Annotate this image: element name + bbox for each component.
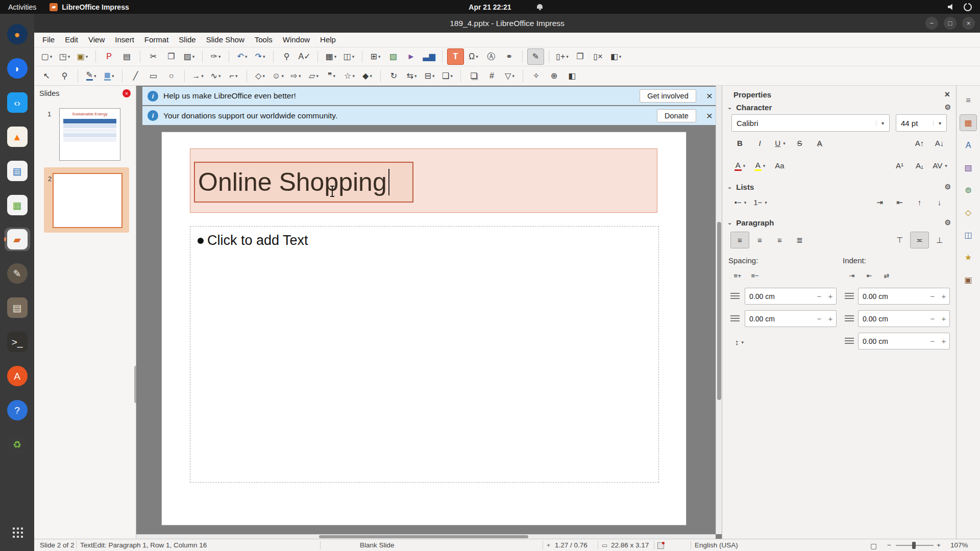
zoom-level-status[interactable]: 107% (950, 539, 968, 551)
decrement-button[interactable]: − (814, 314, 825, 323)
paste-button[interactable]: ▨▾ (181, 48, 198, 65)
deck-master-slides-button[interactable]: ▣ (960, 271, 977, 288)
dock-thunderbird[interactable]: ◗ (5, 57, 30, 80)
block-arrows-button[interactable]: ⇨▾ (287, 68, 304, 84)
ordered-list-button[interactable]: 1−▾ (750, 194, 769, 211)
line-color-button[interactable]: ✎▾ (83, 68, 100, 84)
indent-after-value[interactable]: 0.00 cm (859, 315, 927, 323)
deck-animation-button[interactable]: ★ (960, 249, 977, 266)
highlighting-color-button[interactable]: A▾ (750, 157, 769, 174)
slides-panel-close-icon[interactable]: × (122, 89, 131, 97)
section-settings-icon[interactable]: ⚙ (944, 183, 951, 191)
delete-slide-button[interactable]: ▯× (590, 48, 606, 65)
character-section-header[interactable]: ⌄ Character ⚙ (722, 101, 956, 113)
dropdown-arrow-icon[interactable]: ▾ (218, 54, 221, 59)
dock-ubuntu-software[interactable]: A (5, 364, 30, 388)
bold-button[interactable]: B (730, 135, 749, 152)
rotate-button[interactable]: ↻ (385, 68, 402, 84)
spacing-above-value[interactable]: 0.00 cm (745, 292, 814, 300)
menu-view[interactable]: View (83, 33, 110, 47)
decrement-button[interactable]: − (927, 314, 938, 323)
font-name-value[interactable]: Calibri (732, 119, 876, 128)
decrease-font-size-button[interactable]: A↓ (930, 135, 949, 152)
3d-objects-button[interactable]: ◆▾ (359, 68, 376, 84)
slide-2-thumbnail[interactable] (53, 173, 122, 228)
insert-line-button[interactable]: ╱ (127, 68, 144, 84)
display-grid-button[interactable]: ▦▾ (323, 48, 339, 65)
properties-close-icon[interactable]: × (944, 89, 950, 100)
symbol-shapes-button[interactable]: ☺▾ (270, 68, 286, 84)
decrease-paragraph-spacing-button[interactable]: ≡− (747, 268, 763, 283)
dropdown-arrow-icon[interactable]: ▾ (68, 54, 70, 59)
dock-vscode[interactable]: ‹› (5, 91, 30, 114)
clone-formatting-button[interactable]: ✑▾ (207, 48, 224, 65)
dropdown-arrow-icon[interactable]: ▾ (352, 73, 355, 79)
increment-button[interactable]: + (938, 337, 949, 345)
dropdown-arrow-icon[interactable]: ▾ (765, 200, 767, 205)
slide-page[interactable]: Online Shopping Click to add Text (161, 132, 687, 525)
unsaved-changes-icon[interactable] (657, 542, 664, 549)
shadow-button[interactable]: ❏ (465, 68, 482, 84)
character-spacing-button[interactable]: AV▾ (930, 157, 949, 174)
align-bottom-button[interactable]: ⊥ (930, 232, 949, 248)
callout-shapes-button[interactable]: ❞▾ (323, 68, 340, 84)
increase-paragraph-spacing-button[interactable]: ≡+ (729, 268, 746, 283)
font-size-combobox[interactable]: 44 pt ▾ (896, 114, 947, 132)
dropdown-arrow-icon[interactable]: ▾ (619, 54, 622, 59)
menu-tools[interactable]: Tools (250, 33, 278, 47)
donate-button[interactable]: Donate (657, 109, 696, 122)
rectangle-button[interactable]: ▭ (145, 68, 162, 84)
curves-and-polygons-button[interactable]: ∿▾ (207, 68, 224, 84)
display-views-button[interactable]: ◫▾ (340, 48, 357, 65)
increment-button[interactable]: + (825, 292, 836, 300)
dropdown-arrow-icon[interactable]: ▾ (281, 73, 284, 79)
horizontal-scrollbar-thumb[interactable] (319, 535, 528, 538)
basic-shapes-button[interactable]: ◇▾ (252, 68, 268, 84)
activities-button[interactable]: Activities (8, 3, 36, 11)
spacing-above-field[interactable]: 0.00 cm − + (745, 288, 837, 305)
dropdown-arrow-icon[interactable]: ▾ (876, 120, 889, 126)
dock-software-updater[interactable]: ♻ (5, 433, 30, 456)
strikethrough-button[interactable]: S (790, 135, 809, 152)
indent-after-field[interactable]: 0.00 cm − + (858, 310, 950, 327)
insert-special-character-button[interactable]: Ω▾ (465, 48, 482, 65)
dock-help[interactable]: ? (5, 398, 30, 422)
first-line-indent-value[interactable]: 0.00 cm (859, 337, 927, 345)
increment-button[interactable]: + (938, 292, 949, 300)
deck-properties-button[interactable]: ▦ (960, 114, 977, 131)
insert-hyperlink-button[interactable]: ⚭ (501, 48, 518, 65)
align-right-button[interactable]: ≡ (770, 232, 789, 248)
move-down-button[interactable]: ↓ (930, 194, 949, 211)
dropdown-arrow-icon[interactable]: ▾ (352, 54, 355, 59)
menu-insert[interactable]: Insert (110, 33, 139, 47)
dropdown-arrow-icon[interactable]: ▾ (476, 54, 478, 59)
decrement-button[interactable]: − (927, 337, 938, 345)
dropdown-arrow-icon[interactable]: ▾ (86, 54, 88, 59)
dropdown-arrow-icon[interactable]: ▾ (414, 73, 417, 79)
first-line-indent-field[interactable]: 0.00 cm − + (858, 333, 950, 349)
deck-navigator-button[interactable]: ⊚ (960, 182, 977, 198)
infobar-close-icon[interactable]: × (706, 110, 713, 122)
indent-before-value[interactable]: 0.00 cm (859, 292, 927, 300)
content-placeholder[interactable]: Click to add Text (190, 226, 659, 483)
shadow-button[interactable]: A (810, 135, 829, 152)
dropdown-arrow-icon[interactable]: ▾ (741, 340, 744, 345)
menu-edit[interactable]: Edit (60, 33, 83, 47)
dock-libreoffice-calc[interactable]: ▦ (5, 193, 30, 217)
flowchart-shapes-button[interactable]: ▱▾ (305, 68, 322, 84)
dock-files[interactable]: ▤ (5, 296, 30, 319)
dropdown-arrow-icon[interactable]: ▾ (299, 73, 301, 79)
dock-libreoffice-writer[interactable]: ▤ (5, 159, 30, 183)
glue-points-button[interactable]: ⊕ (546, 68, 562, 84)
insert-chart-button[interactable]: ▃▆ (421, 48, 437, 65)
dropdown-arrow-icon[interactable]: ▾ (378, 54, 381, 59)
dock-firefox[interactable]: ● (5, 22, 30, 46)
align-objects-button[interactable]: ⊟▾ (421, 68, 438, 84)
duplicate-slide-button[interactable]: ❐ (572, 48, 589, 65)
print-button[interactable]: ▤ (118, 48, 135, 65)
connectors-button[interactable]: ⌐▾ (225, 68, 242, 84)
star-shapes-button[interactable]: ☆▾ (341, 68, 358, 84)
font-color-button[interactable]: A▾ (730, 157, 749, 174)
ellipse-button[interactable]: ○ (163, 68, 180, 84)
dropdown-arrow-icon[interactable]: ▾ (566, 54, 569, 59)
